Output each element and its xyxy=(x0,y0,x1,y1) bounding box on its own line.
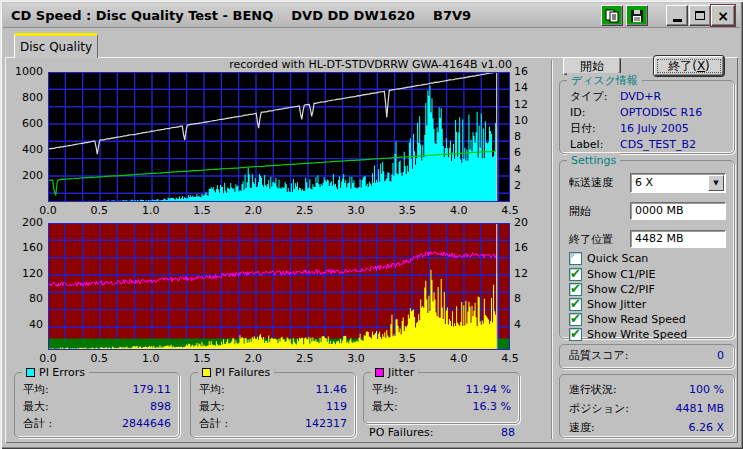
axis-tick-label: 4.0 xyxy=(444,204,474,217)
disc-id-label: ID: xyxy=(570,106,585,120)
checkbox-show-c2-pif[interactable]: ✔Show C2/PIF xyxy=(569,282,655,296)
axis-tick-label: 4.0 xyxy=(444,352,474,365)
copy-to-clipboard-button[interactable] xyxy=(601,5,623,26)
minimize-button[interactable] xyxy=(666,5,688,26)
settings-group: Settings 転送速度 6 X ▼ 開始 0000 MB 終了位置 4482… xyxy=(559,160,735,339)
axis-tick-label: 1.0 xyxy=(136,204,166,217)
quality-score-value: 0 xyxy=(717,349,724,363)
axis-tick-label: 2 xyxy=(514,180,521,192)
pi-errors-left-axis: 2004006008001000 xyxy=(8,72,46,202)
position-value: 4481 MB xyxy=(675,402,724,416)
axis-tick-label: 200 xyxy=(22,217,43,229)
po-failures-value: 88 xyxy=(501,426,515,440)
disc-date-value: 16 July 2005 xyxy=(620,122,689,136)
chevron-down-icon: ▼ xyxy=(713,174,718,192)
pie-avg-value: 179.11 xyxy=(133,383,172,397)
check-icon: ✔ xyxy=(570,326,581,341)
axis-tick-label: 40 xyxy=(29,319,43,331)
maximize-button[interactable] xyxy=(689,5,711,26)
axis-tick-label: 6 xyxy=(514,147,521,159)
speed-combobox[interactable]: 6 X ▼ xyxy=(630,173,726,193)
pif-avg-label: 平均: xyxy=(199,383,225,397)
axis-tick-label: 600 xyxy=(22,118,43,130)
check-icon: ✔ xyxy=(570,266,581,281)
speed-current-label: 速度: xyxy=(569,421,595,435)
axis-tick-label: 0.0 xyxy=(33,352,63,365)
tab-disc-quality[interactable]: Disc Quality xyxy=(14,33,98,58)
axis-tick-label: 20 xyxy=(514,217,528,229)
pie-max-value: 898 xyxy=(150,400,171,414)
start-pos-label: 開始 xyxy=(569,205,591,219)
start-pos-input[interactable]: 0000 MB xyxy=(630,202,726,220)
save-button[interactable] xyxy=(626,5,648,26)
close-button[interactable]: × xyxy=(711,5,735,26)
axis-tick-label: 1.5 xyxy=(187,352,217,365)
checkbox-quick-scan[interactable]: ✔Quick Scan xyxy=(569,251,648,265)
maximize-icon xyxy=(695,11,705,20)
checkbox-box[interactable]: ✔ xyxy=(569,313,582,326)
pi-failures-left-axis: 4080120160200 xyxy=(8,223,46,350)
quality-score-box: 品質スコア: 0 xyxy=(559,344,735,369)
axis-tick-label: 10 xyxy=(514,115,528,127)
checkbox-show-write-speed[interactable]: ✔Show Write Speed xyxy=(569,327,687,341)
checkbox-show-read-speed[interactable]: ✔Show Read Speed xyxy=(569,312,686,326)
checkbox-box[interactable]: ✔ xyxy=(569,283,582,296)
jitter-max-value: 16.3 % xyxy=(473,400,511,414)
pi-errors-stats-box: PI Errors 平均: 179.11 最大: 898 合計 : 284464… xyxy=(14,372,180,438)
progress-label: 進行状況: xyxy=(569,383,617,397)
checkbox-box[interactable]: ✔ xyxy=(569,298,582,311)
axis-tick-label: 0.5 xyxy=(84,352,114,365)
checkbox-box[interactable]: ✔ xyxy=(569,328,582,341)
disc-id-value: OPTODISC R16 xyxy=(620,106,702,120)
pif-total-value: 142317 xyxy=(305,417,347,431)
disc-type-label: タイプ: xyxy=(570,90,607,104)
axis-tick-label: 2.5 xyxy=(290,204,320,217)
disc-label-label: Label: xyxy=(570,138,603,152)
disc-type-value: DVD+R xyxy=(620,90,661,104)
tab-label: Disc Quality xyxy=(20,40,92,54)
check-icon: ✔ xyxy=(570,311,581,326)
minimize-icon xyxy=(673,19,682,22)
exit-button[interactable]: 終了(X) xyxy=(654,56,724,76)
speed-label: 転送速度 xyxy=(569,176,613,190)
axis-tick-label: 8 xyxy=(514,293,521,305)
position-label: ポジション: xyxy=(569,402,629,416)
axis-tick-label: 400 xyxy=(22,144,43,156)
pi-errors-x-axis: 0.00.51.01.52.02.53.03.54.04.5 xyxy=(48,204,518,217)
pi-failures-x-axis: 0.00.51.01.52.02.53.03.54.04.5 xyxy=(48,352,518,365)
pi-failures-right-axis: 48121620 xyxy=(511,223,541,350)
checkbox-show-c1-pie[interactable]: ✔Show C1/PIE xyxy=(569,267,655,281)
pie-avg-label: 平均: xyxy=(23,383,49,397)
disc-info-group: ディスク情報 タイプ: DVD+R ID: OPTODISC R16 日付: 1… xyxy=(559,80,735,154)
checkbox-box[interactable]: ✔ xyxy=(569,252,582,265)
axis-tick-label: 16 xyxy=(514,242,528,254)
disc-info-title: ディスク情報 xyxy=(567,73,642,87)
check-icon: ✔ xyxy=(570,281,581,296)
checkbox-show-jitter[interactable]: ✔Show Jitter xyxy=(569,297,646,311)
axis-tick-label: 2.5 xyxy=(290,352,320,365)
axis-tick-label: 2.0 xyxy=(238,204,268,217)
vertical-divider xyxy=(551,60,553,439)
axis-tick-label: 80 xyxy=(29,293,43,305)
speed-current-value: 6.26 X xyxy=(688,421,724,435)
axis-tick-label: 2.0 xyxy=(238,352,268,365)
axis-tick-label: 12 xyxy=(514,268,528,280)
close-icon: × xyxy=(717,8,729,24)
pif-avg-value: 11.46 xyxy=(316,383,348,397)
end-pos-input[interactable]: 4482 MB xyxy=(630,230,726,248)
disc-date-label: 日付: xyxy=(570,122,596,136)
axis-tick-label: 14 xyxy=(514,82,528,94)
axis-tick-label: 4 xyxy=(514,319,521,331)
axis-tick-label: 4 xyxy=(514,164,521,176)
end-pos-label: 終了位置 xyxy=(569,233,613,247)
axis-tick-label: 1000 xyxy=(15,66,43,78)
combobox-dropdown-button[interactable]: ▼ xyxy=(708,175,724,191)
window-title: CD Speed : Disc Quality Test - BENQ DVD … xyxy=(11,8,471,23)
checkbox-box[interactable]: ✔ xyxy=(569,268,582,281)
pi-failures-stats-title: PI Failures xyxy=(198,365,274,379)
axis-tick-label: 800 xyxy=(22,92,43,104)
jitter-max-label: 最大: xyxy=(372,400,398,414)
axis-tick-label: 1.5 xyxy=(187,204,217,217)
jitter-stats-box: Jitter 平均: 11.94 % 最大: 16.3 % xyxy=(363,372,520,424)
progress-value: 100 % xyxy=(689,383,724,397)
